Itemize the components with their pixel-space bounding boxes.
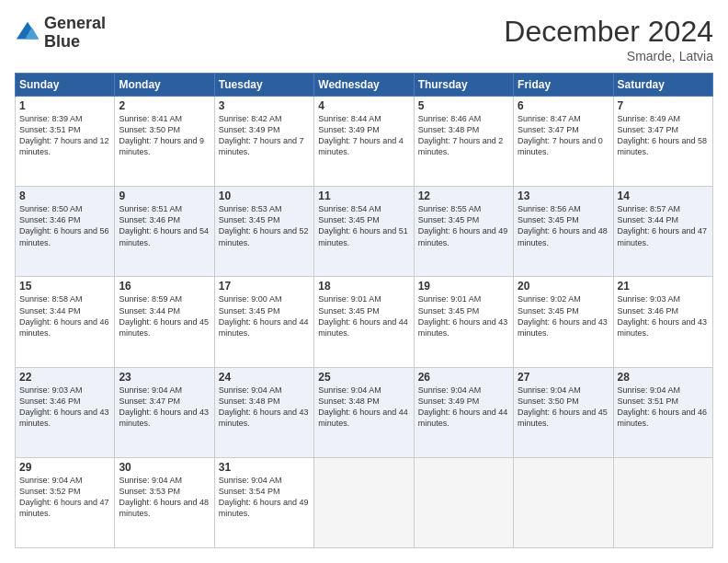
day-number: 1 (19, 99, 110, 112)
day-info: Sunrise: 8:51 AMSunset: 3:46 PMDaylight:… (119, 203, 210, 248)
week-row-1: 1Sunrise: 8:39 AMSunset: 3:51 PMDaylight… (16, 97, 713, 187)
calendar-cell: 28Sunrise: 9:04 AMSunset: 3:51 PMDayligh… (613, 367, 712, 457)
day-info: Sunrise: 9:04 AMSunset: 3:53 PMDaylight:… (119, 475, 210, 520)
day-info: Sunrise: 9:04 AMSunset: 3:50 PMDaylight:… (518, 385, 609, 430)
day-info: Sunrise: 8:47 AMSunset: 3:47 PMDaylight:… (518, 113, 609, 158)
calendar-cell: 10Sunrise: 8:53 AMSunset: 3:45 PMDayligh… (214, 187, 313, 277)
day-info: Sunrise: 9:01 AMSunset: 3:45 PMDaylight:… (318, 293, 409, 339)
calendar-cell: 31Sunrise: 9:04 AMSunset: 3:54 PMDayligh… (214, 457, 313, 547)
day-header-thursday: Thursday (414, 74, 513, 97)
logo-line1: General (44, 15, 106, 33)
day-header-friday: Friday (514, 74, 613, 97)
day-number: 31 (219, 461, 310, 474)
calendar-cell: 13Sunrise: 8:56 AMSunset: 3:45 PMDayligh… (514, 187, 613, 277)
day-number: 18 (318, 280, 409, 293)
calendar-cell: 17Sunrise: 9:00 AMSunset: 3:45 PMDayligh… (214, 277, 313, 367)
day-number: 4 (318, 99, 409, 112)
calendar-cell: 29Sunrise: 9:04 AMSunset: 3:52 PMDayligh… (16, 457, 115, 547)
week-row-4: 22Sunrise: 9:03 AMSunset: 3:46 PMDayligh… (16, 367, 713, 457)
calendar-cell: 26Sunrise: 9:04 AMSunset: 3:49 PMDayligh… (414, 367, 513, 457)
day-header-saturday: Saturday (613, 74, 712, 97)
calendar-cell: 5Sunrise: 8:46 AMSunset: 3:48 PMDaylight… (414, 97, 513, 187)
day-info: Sunrise: 9:04 AMSunset: 3:52 PMDaylight:… (19, 475, 110, 520)
calendar-cell: 14Sunrise: 8:57 AMSunset: 3:44 PMDayligh… (613, 187, 712, 277)
logo-text: General Blue (44, 15, 106, 52)
day-info: Sunrise: 9:03 AMSunset: 3:46 PMDaylight:… (19, 385, 110, 430)
month-title: December 2024 (504, 15, 713, 49)
day-info: Sunrise: 8:56 AMSunset: 3:45 PMDaylight:… (518, 203, 609, 248)
day-info: Sunrise: 9:04 AMSunset: 3:48 PMDaylight:… (219, 385, 310, 430)
day-number: 19 (418, 280, 509, 293)
day-number: 29 (19, 461, 110, 474)
calendar-cell: 15Sunrise: 8:58 AMSunset: 3:44 PMDayligh… (16, 277, 115, 367)
day-number: 28 (618, 371, 709, 384)
calendar-cell: 11Sunrise: 8:54 AMSunset: 3:45 PMDayligh… (314, 187, 414, 277)
day-info: Sunrise: 8:58 AMSunset: 3:44 PMDaylight:… (19, 293, 110, 339)
calendar-cell: 2Sunrise: 8:41 AMSunset: 3:50 PMDaylight… (115, 97, 214, 187)
calendar-cell (613, 457, 712, 547)
day-number: 24 (219, 371, 310, 384)
header: General Blue December 2024 Smarde, Latvi… (15, 15, 713, 63)
calendar-cell: 22Sunrise: 9:03 AMSunset: 3:46 PMDayligh… (16, 367, 115, 457)
calendar-cell: 30Sunrise: 9:04 AMSunset: 3:53 PMDayligh… (115, 457, 214, 547)
day-info: Sunrise: 9:04 AMSunset: 3:49 PMDaylight:… (418, 385, 509, 430)
calendar-cell: 21Sunrise: 9:03 AMSunset: 3:46 PMDayligh… (613, 277, 712, 367)
calendar-cell: 7Sunrise: 8:49 AMSunset: 3:47 PMDaylight… (613, 97, 712, 187)
day-number: 13 (518, 190, 609, 202)
calendar-table: SundayMondayTuesdayWednesdayThursdayFrid… (15, 73, 713, 548)
day-info: Sunrise: 9:04 AMSunset: 3:47 PMDaylight:… (119, 385, 210, 430)
day-number: 20 (518, 280, 609, 293)
day-info: Sunrise: 8:54 AMSunset: 3:45 PMDaylight:… (318, 203, 409, 248)
day-number: 21 (618, 280, 709, 293)
day-info: Sunrise: 9:04 AMSunset: 3:48 PMDaylight:… (318, 385, 409, 430)
day-info: Sunrise: 8:44 AMSunset: 3:49 PMDaylight:… (318, 113, 409, 158)
day-number: 10 (219, 190, 310, 202)
location: Smarde, Latvia (504, 49, 713, 63)
day-number: 2 (119, 99, 210, 112)
calendar-cell: 27Sunrise: 9:04 AMSunset: 3:50 PMDayligh… (514, 367, 613, 457)
logo-line2: Blue (44, 33, 106, 52)
day-number: 8 (19, 190, 110, 202)
day-number: 3 (219, 99, 310, 112)
day-number: 30 (119, 461, 210, 474)
day-number: 25 (318, 371, 409, 384)
logo: General Blue (15, 15, 106, 52)
day-info: Sunrise: 8:50 AMSunset: 3:46 PMDaylight:… (19, 203, 110, 248)
calendar-cell: 18Sunrise: 9:01 AMSunset: 3:45 PMDayligh… (314, 277, 414, 367)
calendar-cell: 20Sunrise: 9:02 AMSunset: 3:45 PMDayligh… (514, 277, 613, 367)
day-number: 7 (618, 99, 709, 112)
day-info: Sunrise: 9:04 AMSunset: 3:54 PMDaylight:… (219, 475, 310, 520)
logo-icon (15, 20, 40, 46)
calendar-cell: 16Sunrise: 8:59 AMSunset: 3:44 PMDayligh… (115, 277, 214, 367)
calendar-cell: 12Sunrise: 8:55 AMSunset: 3:45 PMDayligh… (414, 187, 513, 277)
day-header-monday: Monday (115, 74, 214, 97)
day-info: Sunrise: 8:57 AMSunset: 3:44 PMDaylight:… (618, 203, 709, 248)
day-header-wednesday: Wednesday (314, 74, 414, 97)
day-info: Sunrise: 8:55 AMSunset: 3:45 PMDaylight:… (418, 203, 509, 248)
day-info: Sunrise: 8:53 AMSunset: 3:45 PMDaylight:… (219, 203, 310, 248)
page: General Blue December 2024 Smarde, Latvi… (0, 0, 728, 563)
calendar-cell: 4Sunrise: 8:44 AMSunset: 3:49 PMDaylight… (314, 97, 414, 187)
calendar-cell: 8Sunrise: 8:50 AMSunset: 3:46 PMDaylight… (16, 187, 115, 277)
day-number: 15 (19, 280, 110, 293)
day-info: Sunrise: 8:41 AMSunset: 3:50 PMDaylight:… (119, 113, 210, 158)
week-row-3: 15Sunrise: 8:58 AMSunset: 3:44 PMDayligh… (16, 277, 713, 367)
calendar-cell: 9Sunrise: 8:51 AMSunset: 3:46 PMDaylight… (115, 187, 214, 277)
day-info: Sunrise: 9:04 AMSunset: 3:51 PMDaylight:… (618, 385, 709, 430)
day-number: 26 (418, 371, 509, 384)
calendar-cell (514, 457, 613, 547)
day-info: Sunrise: 8:49 AMSunset: 3:47 PMDaylight:… (618, 113, 709, 158)
day-info: Sunrise: 9:01 AMSunset: 3:45 PMDaylight:… (418, 293, 509, 339)
calendar-cell (414, 457, 513, 547)
day-number: 9 (119, 190, 210, 202)
day-info: Sunrise: 8:39 AMSunset: 3:51 PMDaylight:… (19, 113, 110, 158)
day-info: Sunrise: 9:00 AMSunset: 3:45 PMDaylight:… (219, 293, 310, 339)
day-info: Sunrise: 8:46 AMSunset: 3:48 PMDaylight:… (418, 113, 509, 158)
calendar-cell: 3Sunrise: 8:42 AMSunset: 3:49 PMDaylight… (214, 97, 313, 187)
calendar-cell (314, 457, 414, 547)
day-number: 23 (119, 371, 210, 384)
title-area: December 2024 Smarde, Latvia (504, 15, 713, 63)
header-row: SundayMondayTuesdayWednesdayThursdayFrid… (16, 74, 713, 97)
day-number: 22 (19, 371, 110, 384)
day-number: 14 (618, 190, 709, 202)
